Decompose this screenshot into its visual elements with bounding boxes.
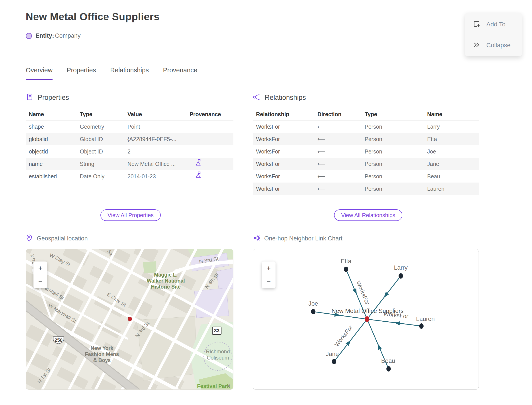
chart-zoom-out-button[interactable]: − — [262, 275, 276, 288]
table-cell: 2014-01-23 — [127, 170, 156, 182]
node-joe[interactable] — [311, 309, 315, 314]
node-label: Joe — [308, 300, 318, 307]
map-zoom-in-button[interactable]: + — [33, 262, 47, 275]
edge-arrowhead — [378, 344, 382, 350]
add-to-button[interactable]: Add To — [472, 20, 506, 29]
table-header-row: NameTypeValueProvenance — [26, 108, 233, 121]
column-header: Value — [127, 111, 142, 118]
properties-icon — [26, 93, 34, 102]
view-all-relationships-button[interactable]: View All Relationships — [334, 209, 402, 221]
table-cell: Date Only — [80, 170, 104, 182]
map-canvas[interactable]: 25033 k RdW Clay StSaarshall StW Marshal… — [26, 249, 233, 390]
properties-table: NameTypeValueProvenanceshapeGeometryPoin… — [26, 108, 233, 182]
direction-arrow: ⟵ — [317, 121, 326, 133]
map-pin-icon — [26, 234, 33, 243]
table-cell: String — [80, 158, 94, 170]
table-cell: Person — [365, 121, 382, 133]
relationship-link[interactable]: WorksFor — [256, 121, 280, 133]
table-row: WorksFor⟵PersonLarry — [253, 121, 479, 133]
node-jane[interactable] — [332, 359, 336, 364]
table-cell: established — [29, 170, 57, 182]
direction-arrow: ⟵ — [317, 133, 326, 145]
collapse-button[interactable]: Collapse — [472, 41, 511, 50]
view-all-properties-button[interactable]: View All Properties — [100, 209, 161, 221]
provenance-flag-icon — [195, 170, 201, 182]
route-shield-33: 33 — [212, 327, 221, 334]
table-cell: Person — [365, 133, 382, 145]
table-cell: globalid — [29, 133, 48, 145]
table-cell: objectid — [29, 145, 48, 158]
geospatial-section-title: Geospatial location — [37, 235, 88, 242]
node-label: Larry — [394, 264, 408, 271]
direction-arrow: ⟵ — [317, 182, 326, 195]
collapse-label: Collapse — [486, 42, 511, 49]
table-cell: 2 — [127, 145, 131, 158]
edge-arrowhead — [352, 288, 357, 295]
node-label: Jane — [326, 351, 339, 357]
node-etta[interactable] — [344, 267, 348, 272]
svg-text:250: 250 — [54, 337, 63, 343]
table-cell: name — [29, 158, 43, 170]
column-header: Type — [80, 111, 93, 118]
table-row: WorksFor⟵PersonJoe — [253, 145, 479, 158]
table-cell: Geometry — [80, 121, 104, 133]
tab-properties[interactable]: Properties — [67, 67, 96, 80]
relationship-link[interactable]: WorksFor — [256, 158, 280, 170]
relationships-section-title: Relationships — [265, 94, 306, 101]
location-marker[interactable] — [128, 317, 132, 321]
relationships-icon — [253, 93, 261, 102]
table-cell: Global ID — [80, 133, 103, 145]
add-to-label: Add To — [486, 21, 506, 28]
table-row: WorksFor⟵PersonLauren — [253, 182, 479, 195]
entity-name-link[interactable]: Larry — [427, 121, 440, 133]
tab-overview[interactable]: Overview — [26, 67, 53, 80]
relationship-link[interactable]: WorksFor — [256, 133, 280, 145]
entity-name-link[interactable]: Etta — [427, 133, 437, 145]
table-row: objectidObject ID2 — [26, 145, 233, 158]
link-chart-icon — [253, 234, 260, 243]
table-row: globalidGlobal ID{A228944F-0EF5-... — [26, 133, 233, 145]
table-cell: Person — [365, 158, 382, 170]
center-node[interactable] — [365, 316, 369, 322]
map-label: Festival Park — [197, 383, 230, 389]
map-zoom-out-button[interactable]: − — [33, 275, 47, 288]
tab-relationships[interactable]: Relationships — [110, 67, 149, 80]
node-label: Beau — [381, 358, 395, 364]
edge-arrowhead — [384, 292, 389, 298]
relationship-link[interactable]: WorksFor — [256, 182, 280, 195]
node-larry[interactable] — [399, 273, 403, 279]
entity-detail-page: New Metal Office Suppliers Entity:Compan… — [0, 0, 532, 405]
chart-zoom-in-button[interactable]: + — [262, 262, 276, 275]
table-header-row: RelationshipDirectionTypeName — [253, 108, 479, 121]
entity-label: Entity: — [35, 32, 54, 39]
relationships-table: RelationshipDirectionTypeNameWorksFor⟵Pe… — [253, 108, 479, 195]
edge-arrowhead — [346, 340, 351, 346]
node-lauren[interactable] — [419, 323, 424, 329]
entity-type-dot — [26, 33, 32, 39]
node-beau[interactable] — [386, 366, 391, 371]
column-header: Direction — [317, 111, 341, 118]
entity-name-link[interactable]: Jane — [427, 158, 439, 170]
table-row: shapeGeometryPoint — [26, 121, 233, 133]
table-row: nameStringNew Metal Office ... — [26, 158, 233, 170]
column-header: Name — [427, 111, 442, 118]
node-label: Etta — [341, 258, 352, 265]
relationship-link[interactable]: WorksFor — [256, 145, 280, 158]
entity-row: Entity:Company — [26, 32, 81, 39]
provenance-flag-icon — [195, 158, 201, 170]
column-header: Type — [365, 111, 377, 118]
entity-name-link[interactable]: Lauren — [427, 182, 445, 195]
relationships-section-header: Relationships — [253, 93, 306, 102]
table-row: WorksFor⟵PersonBeau — [253, 170, 479, 182]
edge-label: WorksFor — [355, 280, 371, 305]
table-cell: Point — [127, 121, 140, 133]
properties-section-title: Properties — [38, 94, 69, 101]
tab-provenance[interactable]: Provenance — [163, 67, 197, 80]
column-header: Name — [29, 111, 44, 118]
entity-name-link[interactable]: Beau — [427, 170, 440, 182]
center-node-label: New Metal Office Suppliers — [331, 308, 403, 314]
entity-name-link[interactable]: Joe — [427, 145, 436, 158]
direction-arrow: ⟵ — [317, 158, 326, 170]
link-chart-canvas[interactable]: WorksForWorksForWorksForEttaLarryJoeJane… — [253, 249, 479, 390]
relationship-link[interactable]: WorksFor — [256, 170, 280, 182]
